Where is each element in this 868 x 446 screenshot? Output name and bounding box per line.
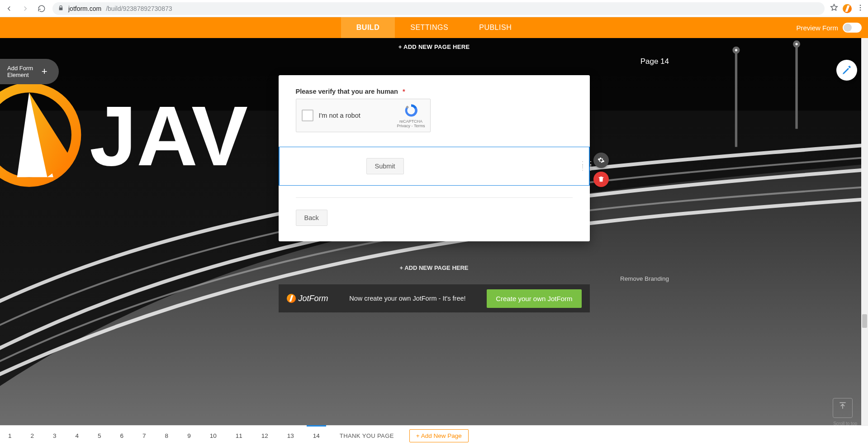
svg-point-1 [860, 7, 861, 8]
app-top-nav: BUILD SETTINGS PUBLISH Preview Form [0, 17, 868, 38]
scroll-to-top-button[interactable] [833, 398, 853, 418]
field-settings-button[interactable] [593, 153, 609, 168]
workspace: JAV Add Form Element + + ADD NEW PAGE HE… [0, 38, 868, 425]
bg-brand-text: JAV [90, 89, 248, 183]
page-6[interactable]: 6 [119, 430, 126, 442]
add-page-bottom[interactable]: + ADD NEW PAGE HERE [0, 264, 868, 271]
promo-cta-button[interactable]: Create your own JotForm [487, 289, 581, 308]
required-mark: * [403, 88, 405, 95]
reload-icon[interactable] [36, 3, 47, 14]
back-button[interactable]: Back [296, 210, 327, 226]
back-icon[interactable] [4, 3, 14, 14]
page-11[interactable]: 11 [234, 430, 244, 442]
page-13[interactable]: 13 [285, 430, 296, 442]
form-card: Please verify that you are human * I'm n… [279, 75, 590, 241]
svg-point-2 [860, 9, 861, 10]
page-8[interactable]: 8 [163, 430, 171, 442]
page-navigator: 1 2 3 4 5 6 7 8 9 10 11 12 13 14 THANK Y… [0, 425, 868, 446]
url-path: /build/92387892730873 [106, 5, 172, 12]
extension-icon[interactable] [843, 4, 852, 13]
page-5[interactable]: 5 [96, 430, 103, 442]
lock-icon [58, 5, 64, 12]
add-page-top[interactable]: + ADD NEW PAGE HERE [0, 43, 868, 50]
page-1[interactable]: 1 [6, 430, 14, 442]
page-indicator: Page 14 [640, 57, 669, 66]
drag-handle-icon[interactable]: ⋮⋮⋮⋮ [579, 163, 585, 170]
add-new-page-button[interactable]: + Add New Page [409, 429, 469, 442]
recaptcha-text: I'm not a robot [319, 112, 360, 119]
thank-you-page[interactable]: THANK YOU PAGE [340, 432, 394, 439]
divider [296, 197, 573, 198]
page-12[interactable]: 12 [260, 430, 270, 442]
address-bar[interactable]: jotform.com/build/92387892730873 [52, 2, 825, 15]
star-icon[interactable] [830, 4, 838, 14]
form-designer-button[interactable] [836, 60, 857, 81]
tab-settings[interactable]: SETTINGS [395, 17, 464, 38]
tab-build[interactable]: BUILD [341, 17, 395, 38]
page-2[interactable]: 2 [29, 430, 36, 442]
scrollbar-thumb[interactable] [862, 314, 867, 328]
recaptcha-links[interactable]: Privacy - Terms [397, 124, 426, 128]
recaptcha-brand-name: reCAPTCHA [397, 119, 426, 124]
scroll-to-top-label: Scroll to top [833, 421, 857, 425]
captcha-label-text: Please verify that you are human [296, 88, 398, 95]
jotform-logo: JotForm [287, 294, 328, 303]
captcha-label: Please verify that you are human * [296, 88, 573, 95]
submit-button[interactable]: Submit [366, 158, 404, 174]
remove-branding-link[interactable]: Remove Branding [620, 275, 669, 282]
preview-form-label: Preview Form [796, 24, 838, 32]
field-delete-button[interactable] [593, 172, 609, 187]
workspace-scrollbar[interactable] [861, 38, 868, 425]
back-row: Back [296, 210, 573, 226]
browser-chrome: jotform.com/build/92387892730873 [0, 0, 868, 17]
tab-publish[interactable]: PUBLISH [464, 17, 527, 38]
page-7[interactable]: 7 [141, 430, 148, 442]
page-9[interactable]: 9 [185, 430, 193, 442]
page-10[interactable]: 10 [208, 430, 218, 442]
jotform-logo-text: JotForm [299, 294, 328, 303]
recaptcha-brand: reCAPTCHA Privacy - Terms [397, 103, 426, 128]
recaptcha-widget[interactable]: I'm not a robot reCAPTCHA Privacy - Term… [296, 99, 431, 132]
submit-field-selected[interactable]: Submit ⋮⋮⋮⋮ [279, 147, 590, 186]
add-form-element-button[interactable]: Add Form Element + [0, 59, 59, 84]
page-14[interactable]: 14 [311, 430, 322, 442]
kebab-menu-icon[interactable] [856, 4, 864, 14]
svg-point-0 [860, 5, 861, 6]
page-4[interactable]: 4 [74, 430, 81, 442]
jotform-logo-icon [287, 294, 296, 303]
add-element-line1: Add Form [7, 65, 33, 72]
preview-toggle[interactable] [843, 23, 862, 33]
add-element-line2: Element [7, 72, 33, 78]
forward-icon[interactable] [20, 3, 31, 14]
page-3[interactable]: 3 [51, 430, 58, 442]
promo-message: Now create your own JotForm - It's free! [337, 295, 478, 302]
promo-bar: JotForm Now create your own JotForm - It… [279, 284, 590, 312]
recaptcha-checkbox[interactable] [302, 110, 313, 121]
url-domain: jotform.com [68, 5, 101, 12]
plus-icon: + [38, 65, 51, 78]
